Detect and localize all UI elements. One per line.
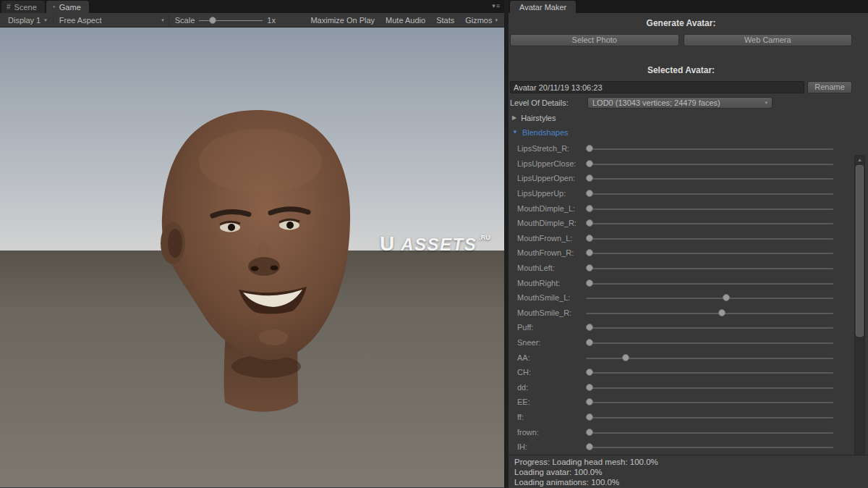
blendshape-slider-thumb[interactable] [586,279,593,287]
blendshape-slider-thumb[interactable] [586,429,593,436]
mute-audio-button[interactable]: Mute Audio [386,16,425,25]
blendshape-slider[interactable] [586,232,833,244]
blendshape-label: LipsUpperClose: [510,159,586,168]
blendshape-slider[interactable] [586,247,833,258]
avatar-maker-tab-strip: Avatar Maker [509,0,868,13]
rename-button[interactable]: Rename [807,81,852,93]
blendshape-slider-thumb[interactable] [586,339,593,346]
blendshape-slider-thumb[interactable] [586,384,593,391]
scale-group: Scale 1x [175,14,276,26]
blendshape-slider-track[interactable] [586,342,833,344]
blendshape-label: MouthLeft: [510,264,586,272]
blendshape-slider-thumb[interactable] [586,145,593,152]
blendshape-slider-thumb[interactable] [586,413,593,421]
select-photo-button[interactable]: Select Photo [510,34,679,46]
blendshape-slider[interactable] [586,188,833,199]
pane-menu-icon[interactable]: ▾≡ [492,2,501,9]
blendshape-slider-thumb[interactable] [586,174,593,182]
blendshape-slider[interactable] [586,172,833,184]
blendshape-slider-track[interactable] [586,164,833,165]
blendshape-slider-track[interactable] [586,447,833,448]
blendshape-slider-track[interactable] [586,417,833,418]
tab-avatar-maker[interactable]: Avatar Maker [510,1,576,13]
blendshape-slider-track[interactable] [586,283,833,285]
stats-button[interactable]: Stats [436,16,454,25]
blendshape-slider[interactable] [586,352,833,363]
blendshape-slider[interactable] [586,441,833,453]
lod-dropdown[interactable]: LOD0 (13043 vertices; 24479 faces) ▾ [587,97,773,109]
blendshape-row: MouthRight: [510,275,833,290]
blendshape-slider-thumb[interactable] [586,190,593,197]
blendshape-slider-track[interactable] [586,223,833,224]
blendshape-slider-thumb[interactable] [723,294,730,301]
blendshape-slider-track[interactable] [586,372,833,374]
blendshape-row: Puff: [510,320,833,335]
blendshape-slider-track[interactable] [586,193,833,195]
blendshape-slider-thumb[interactable] [586,398,593,405]
gizmos-dropdown[interactable]: Gizmos ▾ [465,16,498,25]
blendshape-slider-track[interactable] [586,298,833,299]
blendshape-slider-track[interactable] [586,238,833,240]
blendshape-label: LipsUpperUp: [510,189,586,198]
blendshape-slider[interactable] [586,307,833,319]
blendshape-slider[interactable] [586,337,833,348]
blendshape-slider[interactable] [586,262,833,274]
blendshape-slider-thumb[interactable] [586,324,593,331]
blendshape-slider-track[interactable] [586,387,833,389]
blendshape-slider-thumb[interactable] [586,264,593,272]
blendshape-slider-thumb[interactable] [586,160,593,167]
display-dropdown[interactable]: Display 1 ▾ [4,14,51,26]
blendshape-slider-track[interactable] [586,402,833,403]
scroll-up-icon[interactable]: ▲ [855,157,864,162]
blendshape-slider-track[interactable] [586,268,833,269]
web-camera-button[interactable]: Web Camera [684,34,853,46]
tab-avatar-maker-label: Avatar Maker [519,3,566,12]
blendshape-row: MouthDimple_L: [510,201,833,216]
blendshape-row: MouthFrown_R: [510,245,833,261]
scale-slider[interactable] [199,14,263,26]
blendshape-slider-thumb[interactable] [586,443,593,450]
blendshape-slider[interactable] [586,321,833,333]
blendshape-slider-thumb[interactable] [586,369,593,376]
blendshape-slider-thumb[interactable] [622,354,629,361]
blendshape-slider-track[interactable] [586,327,833,329]
blendshape-slider[interactable] [586,158,833,169]
blendshape-slider-track[interactable] [586,253,833,254]
blendshape-slider[interactable] [586,217,833,229]
blendshape-slider-thumb[interactable] [586,219,593,227]
blendshape-slider-track[interactable] [586,313,833,314]
hairstyles-foldout[interactable]: ▶ Hairstyles [510,112,852,123]
blendshape-slider[interactable] [586,277,833,289]
blendshape-slider-thumb[interactable] [586,235,593,242]
scale-slider-thumb[interactable] [209,17,216,24]
blendshape-slider[interactable] [586,426,833,438]
blendshape-slider-track[interactable] [586,178,833,180]
blendshape-slider[interactable] [586,382,833,393]
blendshape-slider[interactable] [586,396,833,408]
aspect-dropdown[interactable]: Free Aspect ▾ [55,14,169,26]
blendshape-slider-track[interactable] [586,209,833,210]
toolbar-right-group: Maximize On Play Mute Audio Stats Gizmos… [310,16,501,25]
blendshape-scrollbar[interactable]: ▲ ▼ [854,155,865,455]
tab-game[interactable]: ◔ Game [46,1,89,13]
blendshape-slider-track[interactable] [586,148,833,150]
game-viewport[interactable]: U ASSETS .RU [0,28,504,487]
blendshape-slider[interactable] [586,203,833,214]
scrollbar-thumb[interactable] [856,165,864,337]
blendshape-row: LipsUpperOpen: [510,171,833,186]
game-pane-tab-strip: # Scene ◔ Game ▾≡ [0,0,504,13]
maximize-on-play-button[interactable]: Maximize On Play [310,16,375,25]
blendshape-slider[interactable] [586,143,833,154]
blendshape-slider[interactable] [586,411,833,423]
blendshapes-foldout[interactable]: ▼ Blendshapes [510,127,852,138]
blendshape-slider-thumb[interactable] [586,205,593,212]
blendshape-row: MouthDimple_R: [510,216,833,231]
tab-scene[interactable]: # Scene [1,1,45,13]
avatar-name-input[interactable] [510,81,804,93]
blendshape-label: MouthRight: [510,279,586,287]
blendshape-slider-track[interactable] [586,432,833,434]
blendshape-slider-thumb[interactable] [718,309,726,316]
blendshape-slider[interactable] [586,366,833,378]
blendshape-slider[interactable] [586,292,833,303]
blendshape-slider-thumb[interactable] [586,249,593,256]
